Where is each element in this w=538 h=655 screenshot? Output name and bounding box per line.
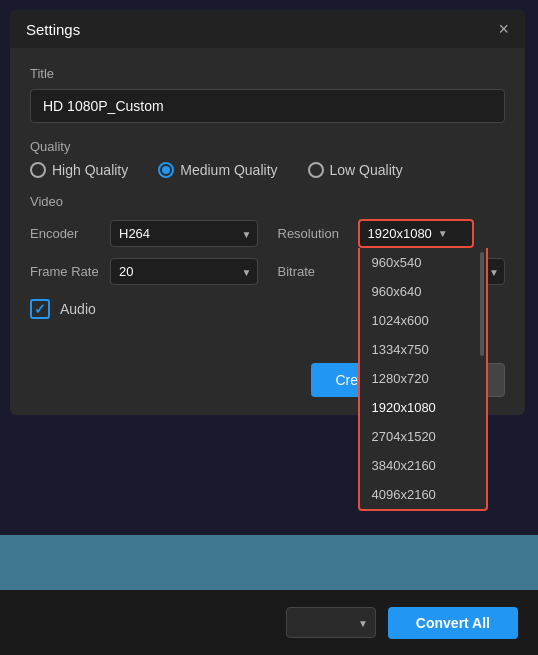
encoder-row: Encoder H264 H265 VP9 ▼ [30,219,258,248]
res-option-1520[interactable]: 2704x1520 [360,422,486,451]
quality-medium[interactable]: Medium Quality [158,162,277,178]
format-select-wrapper: ▼ [286,607,376,638]
radio-medium-inner [162,166,170,174]
radio-medium-circle [158,162,174,178]
title-input[interactable] [30,89,505,123]
encoder-select[interactable]: H264 H265 VP9 [110,220,258,247]
close-button[interactable]: × [498,20,509,38]
encoder-label: Encoder [30,226,100,241]
quality-low-label: Low Quality [330,162,403,178]
title-label: Title [30,66,505,81]
encoder-select-wrapper: H264 H265 VP9 ▼ [110,220,258,247]
convert-all-button[interactable]: Convert All [388,607,518,639]
quality-low[interactable]: Low Quality [308,162,403,178]
quality-label: Quality [30,139,505,154]
resolution-dropdown: 960x540 960x640 1024x600 1334x750 1280x7… [358,248,488,511]
format-select[interactable] [286,607,376,638]
res-option-720[interactable]: 1280x720 [360,364,486,393]
framerate-row: Frame Rate 15 20 24 30 60 ▼ [30,258,258,285]
quality-high[interactable]: High Quality [30,162,128,178]
dialog-title: Settings [26,21,80,38]
framerate-select[interactable]: 15 20 24 30 60 [110,258,258,285]
quality-section: Quality High Quality Medium Quality [30,139,505,178]
framerate-select-wrapper: 15 20 24 30 60 ▼ [110,258,258,285]
res-option-640[interactable]: 960x640 [360,277,486,306]
resolution-label: Resolution [278,226,348,241]
res-option-540[interactable]: 960x540 [360,248,486,277]
audio-checkbox[interactable]: ✓ [30,299,50,319]
res-option-600[interactable]: 1024x600 [360,306,486,335]
res-option-1080[interactable]: 1920x1080 [360,393,486,422]
checkbox-check-icon: ✓ [34,302,46,316]
resolution-arrow-icon: ▼ [438,228,448,239]
resolution-value: 1920x1080 [368,226,432,241]
res-option-2160[interactable]: 3840x2160 [360,451,486,480]
res-option-4096[interactable]: 4096x2160 [360,480,486,509]
quality-options: High Quality Medium Quality Low Quality [30,162,505,178]
video-grid: Encoder H264 H265 VP9 ▼ Resolution [30,219,505,285]
radio-low-circle [308,162,324,178]
quality-medium-label: Medium Quality [180,162,277,178]
framerate-label: Frame Rate [30,264,100,279]
resolution-row: Resolution 1920x1080 ▼ 960x540 960x640 1… [278,219,506,248]
dialog-titlebar: Settings × [10,10,525,48]
resolution-wrapper: 1920x1080 ▼ 960x540 960x640 1024x600 133… [358,219,474,248]
quality-high-label: High Quality [52,162,128,178]
video-label: Video [30,194,505,209]
resolution-select-display[interactable]: 1920x1080 ▼ [358,219,474,248]
audio-label: Audio [60,301,96,317]
res-option-750[interactable]: 1334x750 [360,335,486,364]
radio-high-circle [30,162,46,178]
video-section: Video Encoder H264 H265 VP9 ▼ [30,194,505,285]
dropdown-scrollbar [480,252,484,356]
settings-dialog: Settings × Title Quality High Quality [10,10,525,415]
bottom-bar: ▼ Convert All [0,590,538,655]
dialog-body: Title Quality High Quality Medium Qualit… [10,48,525,353]
bitrate-label: Bitrate [278,264,348,279]
